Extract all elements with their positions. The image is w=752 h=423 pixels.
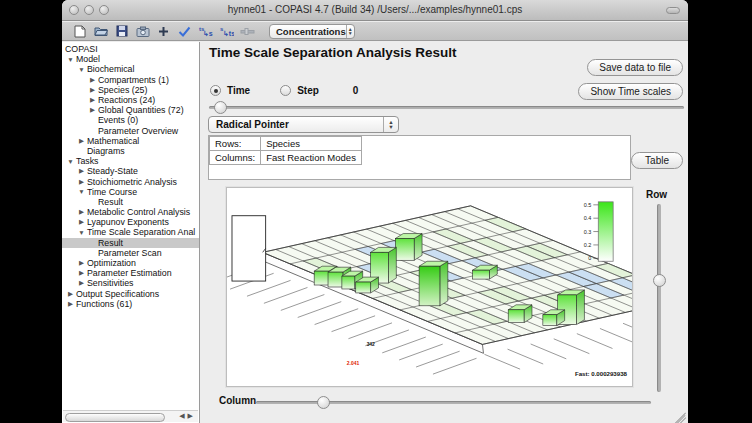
tree-item-copasi[interactable]: COPASI — [62, 44, 199, 54]
column-slider-handle[interactable] — [317, 396, 330, 409]
tree-item-parameter-scan[interactable]: Parameter Scan — [62, 248, 199, 258]
disclosure-right-icon[interactable]: ▶ — [76, 269, 87, 277]
rows-label: Rows: — [210, 137, 261, 151]
step-radio[interactable] — [280, 85, 291, 96]
table-button[interactable]: Table — [631, 152, 683, 169]
disclosure-right-icon[interactable]: ▶ — [76, 279, 87, 287]
tree-item-functions-61-[interactable]: ▶Functions (61) — [62, 299, 199, 309]
step-value: 0 — [353, 85, 359, 96]
tree-item-global-quantities-72-[interactable]: ▶Global Quantities (72) — [62, 105, 199, 115]
columns-label: Columns: — [210, 151, 261, 165]
disclosure-right-icon[interactable]: ▶ — [76, 259, 87, 267]
disclosure-down-icon[interactable]: ▼ — [65, 56, 76, 63]
tree-item-stoichiometric-analysis[interactable]: ▶Stoichiometric Analysis — [62, 176, 199, 186]
page-title: Time Scale Separation Analysis Result — [209, 45, 457, 60]
sidebar-horizontal-scrollbar[interactable]: ◀▶ — [63, 410, 198, 422]
tree-item-time-scale-separation-anal[interactable]: ▼Time Scale Separation Anal — [62, 227, 199, 237]
pointer-dropdown-stepper-icon: ▲▼ — [383, 117, 398, 132]
tree-item-label: Reactions (24) — [98, 95, 155, 105]
disclosure-right-icon[interactable]: ▶ — [65, 290, 76, 298]
dropdown-stepper-icon: ▲▼ — [346, 25, 354, 38]
disclosure-right-icon[interactable]: ▶ — [87, 96, 98, 104]
time-slider-track[interactable] — [209, 106, 684, 109]
tree-item-species-25-[interactable]: ▶Species (25) — [62, 85, 199, 95]
tree-item-sensitivities[interactable]: ▶Sensitivities — [62, 278, 199, 288]
pointer-dropdown[interactable]: Radical Pointer ▲▼ — [208, 116, 399, 133]
disclosure-right-icon[interactable]: ▶ — [87, 86, 98, 94]
tree-item-label: Lyapunov Exponents — [87, 217, 169, 227]
row-slider-track[interactable] — [657, 204, 661, 392]
rows-value: Species — [261, 137, 362, 151]
time-slider-handle[interactable] — [214, 101, 227, 114]
scrollbar-arrows-icon[interactable]: ◀▶ — [179, 412, 196, 420]
disclosure-down-icon[interactable]: ▼ — [65, 158, 76, 165]
tree-item-label: Species (25) — [98, 85, 147, 95]
time-step-radio-group: Time Step 0 — [210, 85, 358, 96]
disclosure-right-icon[interactable]: ▶ — [65, 300, 76, 308]
disclosure-right-icon[interactable]: ▶ — [76, 167, 87, 175]
show-time-scales-button[interactable]: Show Time scales — [578, 83, 683, 100]
columns-value: Fast Reaction Modes — [261, 151, 362, 165]
svg-text:0.4: 0.4 — [584, 215, 592, 221]
toolbar-toggle-button[interactable] — [666, 7, 680, 14]
svg-text:↳s: ↳s — [203, 30, 213, 37]
tree-item-lyapunov-exponents[interactable]: ▶Lyapunov Exponents — [62, 217, 199, 227]
capture-icon[interactable] — [135, 24, 150, 38]
tree-item-parameter-overview[interactable]: Parameter Overview — [62, 126, 199, 136]
tree-item-label: Metabolic Control Analysis — [87, 207, 190, 217]
svg-text:Fast: 0.000293938: Fast: 0.000293938 — [575, 370, 628, 377]
tree-item-metabolic-control-analysis[interactable]: ▶Metabolic Control Analysis — [62, 207, 199, 217]
svg-text:0.5: 0.5 — [584, 202, 592, 208]
tree-item-label: COPASI — [65, 44, 98, 54]
tree-item-parameter-estimation[interactable]: ▶Parameter Estimation — [62, 268, 199, 278]
tree-item-output-specifications[interactable]: ▶Output Specifications — [62, 289, 199, 299]
svg-text:342: 342 — [367, 342, 375, 347]
tree-item-steady-state[interactable]: ▶Steady-State — [62, 166, 199, 176]
disclosure-down-icon[interactable]: ▼ — [76, 229, 87, 236]
tree-item-biochemical[interactable]: ▼Biochemical — [62, 64, 199, 74]
disclosure-right-icon[interactable]: ▶ — [76, 208, 87, 216]
resize-grip[interactable] — [674, 409, 687, 422]
tree-item-result[interactable]: Result — [62, 238, 199, 248]
tree-item-compartments-1-[interactable]: ▶Compartments (1) — [62, 75, 199, 85]
disclosure-down-icon[interactable]: ▼ — [76, 188, 87, 195]
convert-to-ts-icon[interactable]: s↳ts — [219, 24, 234, 38]
disclosure-down-icon[interactable]: ▼ — [76, 66, 87, 73]
tree-item-result[interactable]: Result — [62, 197, 199, 207]
open-icon[interactable] — [93, 24, 108, 38]
scrollbar-thumb[interactable] — [65, 413, 165, 422]
disclosure-right-icon[interactable]: ▶ — [76, 178, 87, 186]
tree-item-label: Global Quantities (72) — [98, 105, 184, 115]
disclosure-right-icon[interactable]: ▶ — [87, 106, 98, 114]
tree-item-reactions-24-[interactable]: ▶Reactions (24) — [62, 95, 199, 105]
check-icon[interactable] — [177, 24, 192, 38]
convert-to-s-icon[interactable]: ts↳s — [198, 24, 213, 38]
column-slider-track[interactable] — [256, 401, 651, 404]
disclosure-right-icon[interactable]: ▶ — [76, 137, 87, 145]
disclosure-right-icon[interactable]: ▶ — [87, 76, 98, 84]
tree-item-label: Output Specifications — [76, 289, 159, 299]
tree-item-tasks[interactable]: ▼Tasks — [62, 156, 199, 166]
disclosure-right-icon[interactable]: ▶ — [76, 218, 87, 226]
svg-text:0: 0 — [588, 255, 591, 261]
matrix-info-panel: Rows: Species Columns: Fast Reaction Mod… — [208, 135, 631, 180]
tree-item-label: Parameter Estimation — [87, 268, 172, 278]
tree-item-time-course[interactable]: ▼Time Course — [62, 187, 199, 197]
3d-bar-chart[interactable]: 0.50.40.30.203422.041Fast: 0.000293938 — [226, 187, 633, 387]
tree-item-mathematical[interactable]: ▶Mathematical — [62, 136, 199, 146]
tree-item-events-0-[interactable]: Events (0) — [62, 115, 199, 125]
tree-item-model[interactable]: ▼Model — [62, 54, 199, 64]
save-data-button[interactable]: Save data to file — [587, 59, 683, 76]
concentrations-dropdown[interactable]: Concentrations ▲▼ — [269, 24, 355, 39]
save-icon[interactable] — [114, 24, 129, 38]
time-radio[interactable] — [210, 85, 221, 96]
title-bar[interactable]: hynne01 - COPASI 4.7 (Build 34) /Users/.… — [62, 0, 688, 21]
tree-item-optimization[interactable]: ▶Optimization — [62, 258, 199, 268]
column-slider-label: Column — [219, 395, 256, 406]
new-file-icon[interactable] — [72, 24, 87, 38]
add-icon[interactable] — [156, 24, 171, 38]
matrix-info-table: Rows: Species Columns: Fast Reaction Mod… — [209, 136, 362, 165]
tree-item-label: Stoichiometric Analysis — [87, 177, 177, 187]
row-slider-handle[interactable] — [653, 274, 666, 287]
tree-item-diagrams[interactable]: Diagrams — [62, 146, 199, 156]
